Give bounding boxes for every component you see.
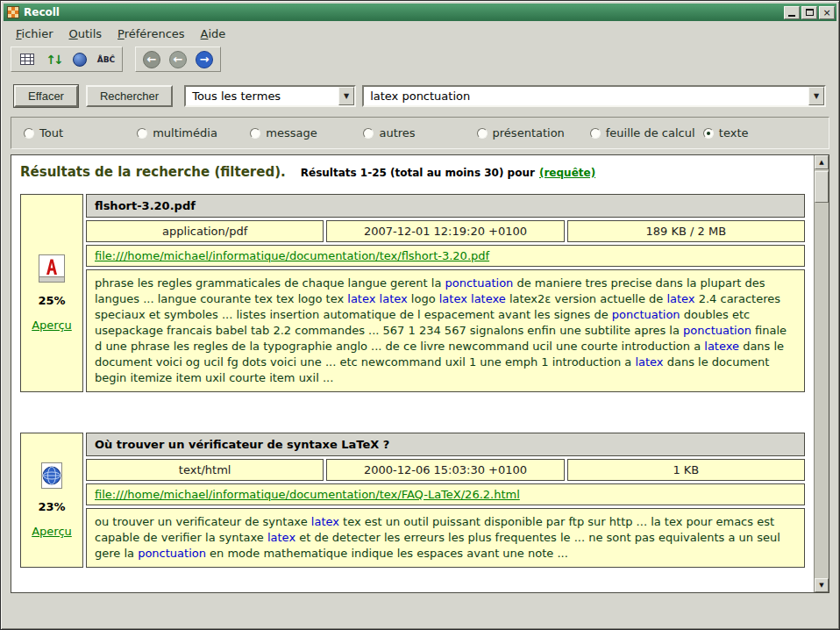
preview-link[interactable]: Aperçu	[32, 525, 72, 538]
result-side-panel: 23% Aperçu	[20, 433, 83, 568]
minimize-button[interactable]	[784, 6, 800, 19]
result-url-link[interactable]: file:///home/michael/informatique/docume…	[95, 249, 489, 262]
filter-feuille-de-calcul[interactable]: feuille de calcul	[590, 126, 703, 140]
update-index-icon: ↑↓	[46, 53, 61, 67]
search-input[interactable]	[364, 89, 808, 103]
chevron-down-icon[interactable]: ▼	[808, 87, 824, 105]
clear-table-icon	[20, 54, 34, 65]
first-page-icon: ←	[143, 51, 160, 68]
result-url-row: file:///home/michael/informatique/docume…	[86, 245, 805, 267]
radio-icon	[703, 128, 714, 139]
results-list: Résultats de la recherche (filtered). Ré…	[11, 155, 814, 592]
toolbar-group-nav: ← ← →	[135, 47, 221, 72]
recoll-window: Recoll × Fichier Outils Préférences Aide…	[0, 0, 840, 630]
next-page-icon: →	[196, 51, 213, 68]
menu-fichier[interactable]: Fichier	[9, 25, 61, 42]
globe-icon	[39, 462, 65, 489]
toolbar: ↑↓ ÂBĈ ← ← →	[4, 44, 836, 76]
update-index-button[interactable]: ↑↓	[42, 49, 65, 69]
radio-icon	[477, 128, 488, 139]
result-date: 2007-12-01 12:19:20 +0100	[326, 220, 564, 242]
result-details: flshort-3.20.pdf application/pdf 2007-12…	[86, 194, 805, 392]
next-page-button[interactable]: →	[193, 49, 216, 69]
filter-label: message	[266, 126, 317, 140]
radio-icon	[250, 128, 260, 139]
result-size: 1 KB	[567, 459, 805, 481]
arrow-up-icon: ▲	[819, 159, 823, 166]
result-abstract: ou trouver un verificateur de syntaxe la…	[86, 508, 805, 568]
filter-label: Tout	[39, 126, 63, 140]
search-mode-combobox[interactable]: Tous les termes ▼	[184, 85, 356, 107]
chevron-down-icon[interactable]: ▼	[338, 87, 354, 105]
pdf-icon	[39, 254, 65, 283]
titlebar: Recoll ×	[4, 4, 836, 21]
result-size: 189 KB / 2 MB	[567, 220, 805, 242]
relevance-percent: 23%	[38, 500, 65, 513]
history-button[interactable]	[68, 49, 91, 69]
clear-search-button[interactable]	[16, 49, 39, 69]
result-filename: flshort-3.20.pdf	[86, 194, 805, 218]
relevance-percent: 25%	[38, 294, 65, 307]
result-row: 23% Aperçu Où trouver un vérificateur de…	[20, 433, 805, 568]
search-controls: Effacer Rechercher Tous les termes ▼ ▼	[4, 76, 836, 112]
maximize-button[interactable]	[801, 6, 817, 19]
results-title: Résultats de la recherche (filtered).	[20, 164, 286, 180]
filter-autres[interactable]: autres	[363, 126, 476, 140]
preview-link[interactable]: Aperçu	[32, 319, 72, 332]
minimize-icon	[788, 15, 795, 17]
radio-icon	[363, 128, 374, 139]
filter-label: texte	[719, 126, 749, 140]
radio-icon	[137, 128, 147, 139]
filter-label: multimédia	[153, 126, 217, 140]
radio-icon	[24, 128, 34, 139]
results-header: Résultats de la recherche (filtered). Ré…	[11, 155, 814, 182]
history-sphere-icon	[73, 53, 87, 67]
filter-label: feuille de calcul	[606, 126, 695, 140]
maximize-icon	[806, 9, 814, 16]
prev-page-icon: ←	[169, 51, 187, 68]
prev-page-button[interactable]: ←	[167, 49, 189, 69]
scroll-down-button[interactable]: ▼	[815, 578, 829, 592]
results-panel: Résultats de la recherche (filtered). Ré…	[11, 154, 829, 593]
result-row: 25% Aperçu flshort-3.20.pdf application/…	[20, 194, 805, 392]
close-icon: ×	[822, 8, 830, 18]
clear-button[interactable]: Effacer	[14, 85, 78, 107]
window-title: Recoll	[24, 6, 782, 18]
scroll-up-button[interactable]: ▲	[815, 155, 829, 169]
search-button[interactable]: Rechercher	[86, 85, 173, 107]
term-explorer-button[interactable]: ÂBĈ	[95, 49, 117, 69]
menubar: Fichier Outils Préférences Aide	[4, 23, 836, 44]
result-mime: application/pdf	[86, 220, 324, 242]
search-mode-value: Tous les termes	[186, 89, 338, 103]
menu-outils[interactable]: Outils	[62, 25, 110, 42]
arrow-down-icon: ▼	[819, 582, 823, 589]
result-url-link[interactable]: file:///home/michael/informatique/docume…	[95, 488, 520, 501]
menu-preferences[interactable]: Préférences	[110, 25, 191, 42]
filter-label: autres	[379, 126, 415, 140]
vertical-scrollbar[interactable]: ▲ ▼	[814, 155, 829, 592]
first-page-button[interactable]: ←	[140, 49, 163, 69]
result-date: 2000-12-06 15:03:30 +0100	[326, 459, 564, 481]
recoll-app-icon	[7, 6, 19, 18]
result-details: Où trouver un vérificateur de syntaxe La…	[86, 433, 805, 568]
menu-aide[interactable]: Aide	[194, 25, 233, 42]
results-summary: Résultats 1-25 (total au moins 30) pour	[301, 167, 535, 179]
close-button[interactable]: ×	[819, 6, 835, 19]
filter-presentation[interactable]: présentation	[477, 126, 590, 140]
result-info-row: application/pdf 2007-12-01 12:19:20 +010…	[86, 220, 805, 242]
result-side-panel: 25% Aperçu	[20, 194, 83, 392]
toolbar-group-main: ↑↓ ÂBĈ	[11, 47, 123, 72]
result-abstract: phrase les regles grammaticales de chaqu…	[86, 269, 805, 392]
filter-texte[interactable]: texte	[703, 126, 816, 140]
query-combobox: ▼	[362, 85, 826, 107]
filter-message[interactable]: message	[250, 126, 363, 140]
filter-tout[interactable]: Tout	[24, 126, 137, 140]
query-details-link[interactable]: (requête)	[539, 167, 595, 179]
filter-label: présentation	[493, 126, 565, 140]
filter-multimedia[interactable]: multimédia	[137, 126, 250, 140]
doc-type-filter-panel: Tout multimédia message autres présentat…	[11, 117, 829, 149]
result-mime: text/html	[86, 459, 324, 481]
term-explorer-icon: ÂBĈ	[97, 55, 115, 64]
result-url-row: file:///home/michael/informatique/docume…	[86, 483, 805, 505]
scrollbar-thumb[interactable]	[815, 171, 829, 203]
